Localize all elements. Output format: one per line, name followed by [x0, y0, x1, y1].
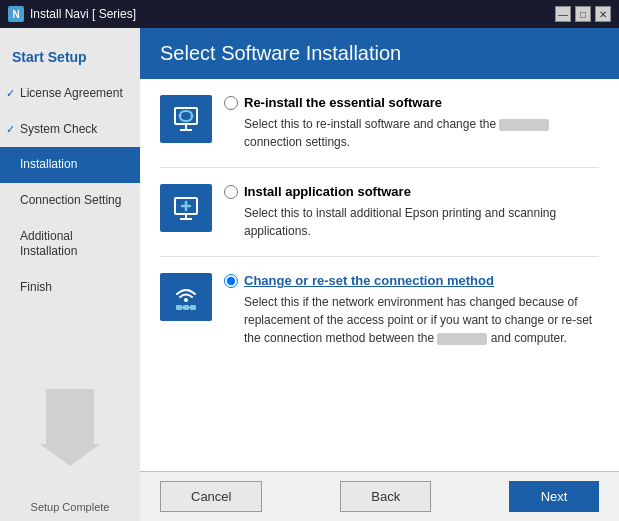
- svg-rect-13: [190, 305, 196, 310]
- sidebar-item-start-setup: Start Setup: [0, 38, 140, 76]
- option-label-change-connection: Change or re-set the connection method S…: [224, 273, 599, 347]
- sidebar-item-license-agreement[interactable]: License Agreement: [0, 76, 140, 112]
- footer: Cancel Back Next: [140, 471, 619, 521]
- option-desc-install-app: Select this to install additional Epson …: [244, 204, 599, 240]
- sidebar-item-installation[interactable]: Installation: [0, 147, 140, 183]
- sidebar-item-finish[interactable]: Finish: [0, 270, 140, 306]
- window-controls: — □ ✕: [555, 6, 611, 22]
- content-body: Re-install the essential software Select…: [140, 79, 619, 471]
- app-icon: N: [8, 6, 24, 22]
- progress-arrow: [0, 379, 140, 496]
- blurred-text-1: [499, 119, 549, 131]
- close-button[interactable]: ✕: [595, 6, 611, 22]
- sidebar: Start Setup License Agreement System Che…: [0, 28, 140, 521]
- setup-complete-label: Setup Complete: [0, 496, 140, 521]
- sidebar-item-connection-setting[interactable]: Connection Setting: [0, 183, 140, 219]
- reinstall-icon: [160, 95, 212, 143]
- install-app-icon: [160, 184, 212, 232]
- sidebar-item-additional-installation[interactable]: Additional Installation: [0, 219, 140, 270]
- radio-reinstall[interactable]: [224, 96, 238, 110]
- blurred-text-2: [437, 333, 487, 345]
- option-label-reinstall: Re-install the essential software Select…: [224, 95, 599, 151]
- cancel-button[interactable]: Cancel: [160, 481, 262, 512]
- maximize-button[interactable]: □: [575, 6, 591, 22]
- content-header: Select Software Installation: [140, 28, 619, 79]
- next-button[interactable]: Next: [509, 481, 599, 512]
- back-button[interactable]: Back: [340, 481, 431, 512]
- option-title-install-app: Install application software: [244, 184, 411, 199]
- radio-install-app[interactable]: [224, 185, 238, 199]
- svg-point-10: [184, 298, 188, 302]
- svg-rect-11: [176, 305, 182, 310]
- option-row-reinstall: Re-install the essential software Select…: [160, 95, 599, 168]
- radio-change-connection[interactable]: [224, 274, 238, 288]
- minimize-button[interactable]: —: [555, 6, 571, 22]
- sidebar-item-system-check[interactable]: System Check: [0, 112, 140, 148]
- main-container: Start Setup License Agreement System Che…: [0, 28, 619, 521]
- option-title-change-connection: Change or re-set the connection method: [244, 273, 494, 288]
- titlebar-title: Install Navi [ Series]: [30, 7, 555, 21]
- option-label-install-app: Install application software Select this…: [224, 184, 599, 240]
- svg-marker-4: [190, 114, 194, 117]
- content-area: Select Software Installation: [140, 28, 619, 521]
- option-row-change-connection: Change or re-set the connection method S…: [160, 273, 599, 363]
- titlebar: N Install Navi [ Series] — □ ✕: [0, 0, 619, 28]
- option-title-reinstall: Re-install the essential software: [244, 95, 442, 110]
- option-desc-reinstall: Select this to re-install software and c…: [244, 115, 599, 151]
- option-row-install-app: Install application software Select this…: [160, 184, 599, 257]
- svg-rect-12: [183, 305, 189, 310]
- change-connection-icon: [160, 273, 212, 321]
- option-desc-change-connection: Select this if the network environment h…: [244, 293, 599, 347]
